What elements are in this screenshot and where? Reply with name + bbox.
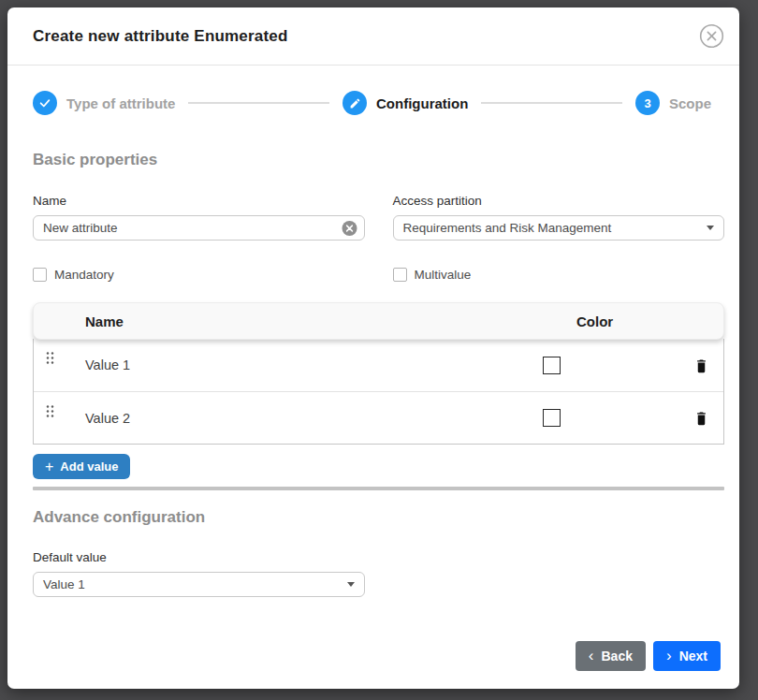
multivalue-checkbox[interactable]	[393, 268, 407, 282]
step-label: Type of attribute	[66, 95, 175, 111]
trash-icon	[694, 357, 708, 373]
close-button[interactable]	[699, 23, 724, 49]
drag-handle-icon[interactable]	[34, 404, 85, 418]
access-partition-field-group: Access partition Requirements and Risk M…	[393, 194, 725, 241]
name-input[interactable]	[34, 216, 364, 240]
column-header-color: Color	[550, 314, 723, 329]
column-header-name: Name	[34, 314, 550, 329]
step-label: Scope	[669, 95, 711, 111]
values-table-body: Value 1 Val	[33, 339, 724, 445]
access-partition-value: Requirements and Risk Management	[403, 221, 612, 235]
plus-icon: +	[45, 459, 53, 474]
name-input-wrap	[33, 215, 365, 241]
mandatory-checkbox[interactable]	[33, 268, 47, 282]
flags-row: Mandatory Multivalue	[33, 268, 724, 282]
chevron-left-icon: ‹	[589, 648, 594, 664]
table-row: Value 2	[34, 391, 723, 444]
modal-header: Create new attribute Enumerated	[7, 7, 739, 66]
delete-value-button[interactable]	[678, 357, 723, 373]
step-done-check-icon	[33, 91, 57, 115]
value-name[interactable]: Value 2	[85, 411, 505, 426]
color-checkbox[interactable]	[543, 409, 561, 427]
values-table: Name Color Value 1	[33, 302, 724, 445]
default-value-select[interactable]: Value 1	[33, 572, 365, 597]
section-divider	[33, 487, 724, 490]
step-scope[interactable]: 3 Scope	[635, 91, 711, 115]
modal-title: Create new attribute Enumerated	[33, 27, 288, 46]
multivalue-option: Multivalue	[393, 268, 725, 282]
chevron-down-icon	[707, 226, 714, 230]
value-name[interactable]: Value 1	[85, 357, 505, 372]
access-partition-select[interactable]: Requirements and Risk Management	[393, 215, 725, 241]
chevron-right-icon: ›	[666, 648, 672, 664]
step-configuration[interactable]: Configuration	[343, 91, 468, 115]
table-row: Value 1	[34, 339, 723, 391]
mandatory-label: Mandatory	[54, 268, 114, 282]
modal-footer: ‹ Back › Next	[7, 641, 739, 689]
delete-value-button[interactable]	[678, 410, 723, 426]
default-value-label: Default value	[33, 550, 365, 564]
add-value-button[interactable]: + Add value	[33, 454, 130, 479]
stepper-connector	[188, 102, 329, 104]
multivalue-label: Multivalue	[415, 268, 472, 282]
add-value-label: Add value	[60, 459, 118, 474]
color-cell	[505, 409, 678, 427]
stepper-connector	[481, 102, 622, 104]
step-label: Configuration	[376, 95, 468, 111]
name-label: Name	[33, 194, 365, 208]
trash-icon	[694, 410, 708, 426]
default-value-field-group: Default value Value 1	[33, 550, 365, 597]
clear-icon	[342, 220, 357, 236]
next-button[interactable]: › Next	[653, 641, 721, 671]
back-button[interactable]: ‹ Back	[576, 641, 646, 671]
step-type-of-attribute[interactable]: Type of attribute	[33, 91, 175, 115]
drag-handle-icon[interactable]	[34, 351, 85, 365]
mandatory-option: Mandatory	[33, 268, 365, 282]
color-cell	[505, 357, 678, 374]
step-edit-pencil-icon	[343, 91, 367, 115]
basic-fields-row: Name Access partition	[33, 194, 724, 241]
clear-name-button[interactable]	[342, 220, 357, 236]
modal-body: Basic properties Name	[7, 141, 739, 641]
back-label: Back	[602, 649, 633, 664]
step-number: 3	[635, 91, 660, 115]
create-attribute-modal: Create new attribute Enumerated Type of …	[7, 7, 739, 689]
default-value-selected: Value 1	[43, 577, 85, 591]
chevron-down-icon	[347, 582, 355, 587]
basic-properties-heading: Basic properties	[33, 151, 724, 169]
close-icon	[699, 23, 724, 49]
name-field-group: Name	[33, 194, 365, 241]
next-label: Next	[679, 649, 707, 664]
color-checkbox[interactable]	[543, 357, 561, 374]
wizard-stepper: Type of attribute Configuration 3 Scope	[7, 66, 739, 141]
advance-configuration-heading: Advance configuration	[33, 508, 724, 527]
values-table-header: Name Color	[33, 302, 724, 340]
access-partition-label: Access partition	[393, 194, 725, 208]
